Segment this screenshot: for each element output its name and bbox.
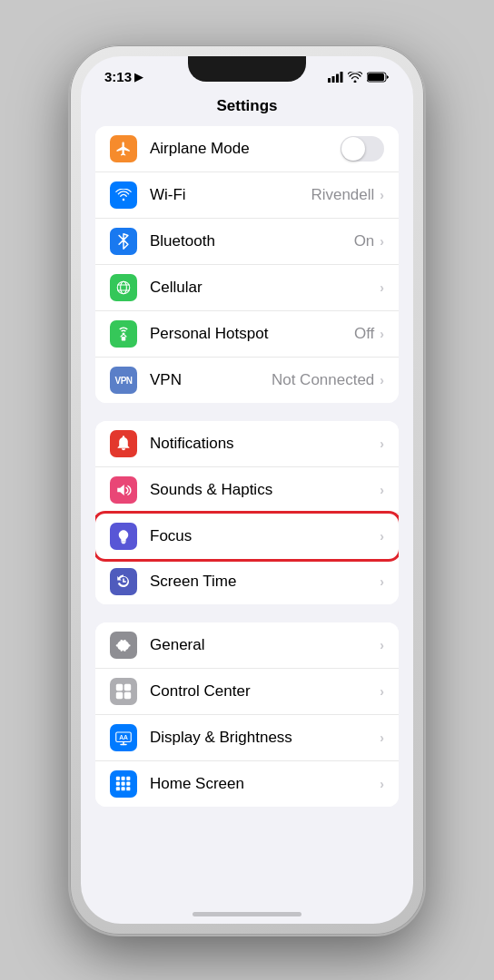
- home-screen-chevron: ›: [380, 777, 384, 791]
- vpn-value: Not Connected: [272, 371, 374, 389]
- screen-time-row[interactable]: Screen Time ›: [95, 559, 399, 604]
- wifi-value: Rivendell: [311, 186, 374, 204]
- svg-rect-20: [124, 692, 131, 699]
- control-center-label: Control Center: [150, 682, 380, 701]
- hotspot-icon: [110, 320, 137, 348]
- status-icons: [328, 72, 390, 83]
- focus-chevron: ›: [380, 529, 384, 544]
- sounds-row[interactable]: Sounds & Haptics ›: [95, 467, 399, 514]
- cellular-chevron: ›: [380, 280, 384, 295]
- svg-rect-19: [116, 692, 123, 699]
- svg-rect-3: [341, 72, 343, 83]
- svg-point-10: [123, 333, 125, 336]
- home-screen-icon: [110, 770, 137, 798]
- network-group: Airplane Mode: [95, 126, 399, 403]
- notifications-label: Notifications: [150, 435, 380, 453]
- cellular-row[interactable]: Cellular ›: [95, 265, 399, 311]
- system1-group: Notifications › Sounds & Haptics: [95, 421, 399, 604]
- svg-point-7: [121, 281, 127, 294]
- svg-rect-2: [336, 74, 339, 83]
- display-chevron: ›: [380, 730, 384, 745]
- phone-frame: 3:13 ▶: [70, 45, 424, 935]
- home-indicator: [193, 912, 301, 916]
- bluetooth-value: On: [354, 232, 375, 250]
- system2-group: General › Control: [95, 622, 399, 807]
- focus-label: Focus: [150, 527, 380, 545]
- vpn-chevron: ›: [380, 373, 384, 387]
- sounds-chevron: ›: [380, 483, 384, 497]
- page-title: Settings: [216, 97, 277, 114]
- airplane-mode-row[interactable]: Airplane Mode: [95, 126, 399, 172]
- home-screen-row[interactable]: Home Screen ›: [95, 761, 399, 807]
- signal-icon: [328, 72, 343, 83]
- screen-time-label: Screen Time: [150, 573, 380, 591]
- general-label: General: [150, 636, 380, 654]
- svg-rect-18: [124, 684, 131, 691]
- svg-rect-17: [116, 684, 123, 691]
- notifications-chevron: ›: [380, 436, 384, 451]
- svg-text:AA: AA: [119, 734, 128, 740]
- hotspot-label: Personal Hotspot: [150, 325, 354, 343]
- control-center-row[interactable]: Control Center ›: [95, 669, 399, 715]
- nav-bar: Settings: [81, 90, 413, 126]
- airplane-mode-icon: [110, 135, 137, 162]
- vpn-row[interactable]: VPN VPN Not Connected ›: [95, 358, 399, 403]
- svg-rect-26: [122, 777, 125, 780]
- bluetooth-row[interactable]: Bluetooth On ›: [95, 219, 399, 265]
- airplane-mode-label: Airplane Mode: [150, 140, 341, 158]
- svg-rect-13: [121, 541, 125, 543]
- bluetooth-chevron: ›: [380, 234, 384, 249]
- vpn-label: VPN: [150, 371, 272, 389]
- vpn-text: VPN: [114, 376, 132, 386]
- bluetooth-label: Bluetooth: [150, 232, 354, 250]
- notch: [188, 56, 306, 82]
- control-center-icon: [110, 678, 137, 705]
- airplane-mode-toggle[interactable]: [341, 136, 384, 162]
- svg-rect-1: [332, 76, 335, 83]
- notifications-icon: [110, 430, 137, 457]
- settings-scroll[interactable]: Airplane Mode: [81, 126, 413, 924]
- display-label: Display & Brightness: [150, 729, 380, 747]
- display-icon: AA: [110, 724, 137, 751]
- svg-rect-27: [126, 777, 130, 780]
- wifi-chevron: ›: [380, 188, 384, 202]
- bluetooth-icon: [110, 228, 137, 255]
- vpn-icon: VPN: [110, 367, 137, 394]
- status-time: 3:13: [104, 69, 132, 84]
- focus-row[interactable]: Focus ›: [95, 514, 399, 559]
- svg-marker-12: [117, 485, 124, 495]
- display-row[interactable]: AA Display & Brightness ›: [95, 715, 399, 761]
- cellular-icon: [110, 274, 137, 301]
- wifi-icon: [110, 181, 137, 209]
- general-icon: [110, 632, 137, 659]
- hotspot-row[interactable]: Personal Hotspot Off ›: [95, 311, 399, 358]
- focus-row-container: Focus ›: [95, 514, 399, 559]
- wifi-label: Wi-Fi: [150, 186, 311, 204]
- control-center-chevron: ›: [380, 684, 384, 699]
- svg-rect-30: [126, 782, 130, 786]
- screen-time-icon: [110, 568, 137, 595]
- wifi-row[interactable]: Wi-Fi Rivendell ›: [95, 172, 399, 219]
- svg-rect-29: [122, 782, 125, 786]
- home-screen-label: Home Screen: [150, 775, 380, 793]
- wifi-status-icon: [348, 72, 362, 83]
- phone-screen: 3:13 ▶: [81, 56, 413, 924]
- sounds-icon: [110, 476, 137, 504]
- notifications-row[interactable]: Notifications ›: [95, 421, 399, 467]
- svg-rect-32: [122, 787, 125, 790]
- svg-rect-0: [328, 78, 331, 83]
- general-chevron: ›: [380, 638, 384, 652]
- location-icon: ▶: [134, 71, 143, 83]
- screen-time-chevron: ›: [380, 574, 384, 589]
- svg-rect-5: [368, 74, 384, 81]
- svg-rect-28: [116, 782, 120, 786]
- svg-rect-11: [122, 337, 126, 341]
- hotspot-chevron: ›: [380, 327, 384, 341]
- sounds-label: Sounds & Haptics: [150, 481, 380, 499]
- hotspot-value: Off: [354, 325, 374, 343]
- battery-status-icon: [367, 72, 390, 83]
- cellular-label: Cellular: [150, 279, 380, 297]
- svg-rect-14: [122, 543, 125, 544]
- general-row[interactable]: General ›: [95, 622, 399, 669]
- focus-icon: [110, 523, 137, 550]
